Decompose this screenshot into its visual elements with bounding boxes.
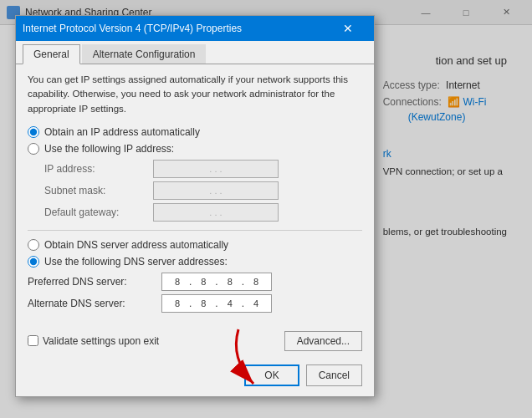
dialog-close-button[interactable]: ✕ — [329, 16, 367, 41]
preferred-dns-seg-1[interactable] — [166, 274, 189, 289]
manual-dns-label: Use the following DNS server addresses: — [44, 256, 228, 268]
dialog-bottom: Validate settings upon exit Advanced... — [16, 324, 374, 358]
preferred-dns-seg-3[interactable] — [218, 274, 242, 289]
subnet-mask-input: . . . — [153, 181, 279, 200]
manual-ip-label: Use the following IP address: — [44, 143, 174, 155]
auto-ip-radio[interactable] — [28, 126, 39, 138]
cancel-button[interactable]: Cancel — [306, 364, 362, 386]
preferred-dns-input[interactable]: . . . — [161, 273, 272, 291]
subnet-mask-row: Subnet mask: . . . — [44, 181, 362, 200]
advanced-button[interactable]: Advanced... — [284, 331, 362, 351]
validate-checkbox[interactable] — [28, 335, 38, 346]
auto-ip-radio-item: Obtain an IP address automatically — [28, 126, 362, 138]
subnet-mask-label: Subnet mask: — [44, 185, 153, 196]
dns-section: Obtain DNS server address automatically … — [28, 239, 362, 313]
ip-address-row: IP address: . . . — [44, 160, 362, 178]
tab-alternate-configuration[interactable]: Alternate Configuration — [82, 44, 207, 64]
info-text: You can get IP settings assigned automat… — [28, 73, 362, 116]
alternate-dns-seg-4[interactable] — [244, 296, 268, 311]
alternate-dns-row: Alternate DNS server: . . . — [28, 294, 362, 313]
default-gateway-label: Default gateway: — [44, 206, 153, 218]
tab-general[interactable]: General — [23, 44, 80, 64]
auto-ip-label: Obtain an IP address automatically — [44, 126, 200, 138]
alternate-dns-seg-2[interactable] — [192, 296, 215, 311]
ip-fields-group: IP address: . . . Subnet mask: . . . Def… — [44, 160, 362, 222]
alternate-dns-label: Alternate DNS server: — [28, 298, 161, 309]
red-arrow-svg — [222, 325, 276, 392]
preferred-dns-row: Preferred DNS server: . . . — [28, 273, 362, 291]
ip-address-input: . . . — [153, 160, 279, 178]
alternate-dns-seg-1[interactable] — [166, 296, 189, 311]
auto-dns-label: Obtain DNS server address automatically — [44, 239, 228, 251]
dialog-content: You can get IP settings assigned automat… — [16, 64, 374, 324]
divider — [28, 230, 362, 231]
manual-dns-radio-item: Use the following DNS server addresses: — [28, 256, 362, 268]
preferred-dns-seg-2[interactable] — [192, 274, 215, 289]
manual-dns-radio[interactable] — [28, 256, 39, 268]
validate-label: Validate settings upon exit — [43, 335, 159, 347]
default-gateway-row: Default gateway: . . . — [44, 203, 362, 222]
dialog-tabs: General Alternate Configuration — [16, 41, 374, 64]
dialog-titlebar: Internet Protocol Version 4 (TCP/IPv4) P… — [16, 16, 374, 41]
auto-dns-radio[interactable] — [28, 239, 39, 251]
ip-address-label: IP address: — [44, 163, 153, 175]
default-gateway-input: . . . — [153, 203, 279, 222]
manual-ip-radio[interactable] — [28, 143, 39, 155]
dialog-title: Internet Protocol Version 4 (TCP/IPv4) P… — [23, 23, 329, 34]
preferred-dns-seg-4[interactable] — [244, 274, 268, 289]
dialog-footer: OK Cancel — [16, 358, 374, 396]
arrow-indicator — [222, 325, 276, 395]
alternate-dns-input[interactable]: . . . — [161, 294, 272, 313]
auto-dns-radio-item: Obtain DNS server address automatically — [28, 239, 362, 251]
manual-ip-radio-item: Use the following IP address: — [28, 143, 362, 155]
alternate-dns-seg-3[interactable] — [218, 296, 242, 311]
preferred-dns-label: Preferred DNS server: — [28, 276, 161, 288]
tcpip-properties-dialog: Internet Protocol Version 4 (TCP/IPv4) P… — [15, 15, 375, 397]
